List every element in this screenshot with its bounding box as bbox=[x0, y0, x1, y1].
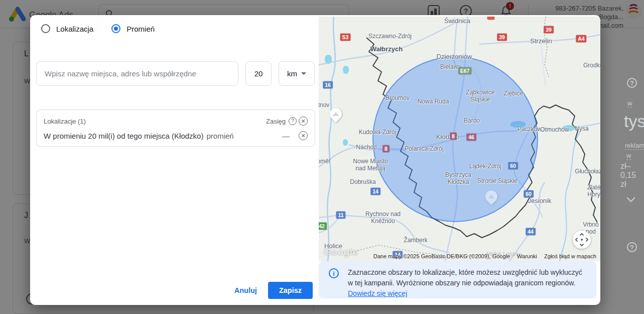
terms-link[interactable]: Warunki bbox=[517, 253, 537, 259]
radius-value-input[interactable] bbox=[245, 61, 272, 86]
radio-radius-label[interactable]: Promień bbox=[126, 25, 155, 33]
radio-location-label[interactable]: Lokalizacja bbox=[56, 25, 93, 33]
road-badge: 8 bbox=[382, 145, 390, 153]
attribution-data: Dane mapy ©2025 GeoBasis-DE/BKG (©2009),… bbox=[373, 253, 510, 259]
map-badges-layer: S33939A4E6716846860146011424414 bbox=[319, 17, 600, 261]
remove-all-icon[interactable]: ✕ bbox=[299, 117, 308, 126]
dropdown-arrow-icon bbox=[301, 72, 306, 75]
report-error-link[interactable]: Zgłoś błąd w mapach bbox=[544, 253, 596, 259]
road-badge: 39 bbox=[497, 34, 507, 41]
road-badge: E67 bbox=[458, 67, 472, 75]
bg-reklam-label: reklam bbox=[625, 142, 644, 150]
help-icon[interactable]: ? bbox=[627, 78, 637, 88]
place-search-input[interactable] bbox=[36, 61, 238, 86]
save-button[interactable]: Zapisz bbox=[268, 282, 313, 299]
road-badge: 16 bbox=[323, 81, 333, 89]
road-badge: A4 bbox=[576, 35, 586, 43]
radio-location[interactable] bbox=[41, 24, 50, 33]
road-badge: 8 bbox=[450, 133, 457, 140]
cancel-button[interactable]: Anuluj bbox=[234, 286, 257, 294]
locations-list: Lokalizacje (1) Zasięg ? ✕ W promieniu 2… bbox=[36, 110, 315, 147]
google-watermark: Google bbox=[324, 247, 358, 258]
road-badge: 11 bbox=[336, 212, 345, 219]
road-badge: 60 bbox=[524, 190, 534, 198]
location-row: W promieniu 20 mil(i) od tego miejsca (K… bbox=[44, 131, 308, 140]
location-row-text: W promieniu 20 mil(i) od tego miejsca (K… bbox=[44, 132, 203, 140]
location-row-type: promień bbox=[206, 132, 233, 140]
remove-location-icon[interactable]: ✕ bbox=[299, 131, 308, 140]
road-badge: 39 bbox=[544, 26, 554, 34]
bg-metric-label: w bbox=[627, 99, 632, 108]
road-badge: 42 bbox=[319, 223, 327, 230]
location-targeting-dialog: Lokalizacja Promień km Lokalizacje (1) Z… bbox=[30, 15, 600, 305]
reach-label: Zasięg bbox=[266, 118, 286, 125]
map-canvas[interactable]: ŚwidnicaSzczawno-ZdrójWałbrzychDzierżoni… bbox=[319, 17, 600, 261]
map-pan-control[interactable] bbox=[573, 231, 591, 249]
info-banner: i Zaznaczone obszary to lokalizacje, któ… bbox=[319, 261, 596, 298]
dialog-left-pane: Lokalizacja Promień km Lokalizacje (1) Z… bbox=[30, 15, 319, 305]
map-pin-partial-icon bbox=[487, 17, 495, 20]
road-badge: S3 bbox=[340, 34, 351, 41]
bg-price: zł–0,15 zł bbox=[620, 162, 644, 189]
road-badge: 60 bbox=[508, 162, 518, 170]
unit-value: km bbox=[287, 69, 297, 78]
road-badge: 44 bbox=[526, 228, 536, 236]
radio-radius[interactable] bbox=[111, 24, 120, 33]
road-badge: 14 bbox=[370, 188, 380, 195]
unit-select[interactable]: km bbox=[279, 61, 315, 86]
help-icon[interactable]: ? bbox=[627, 242, 637, 252]
pan-arrows-icon bbox=[573, 231, 591, 249]
road-badge: 46 bbox=[466, 134, 476, 141]
learn-more-link[interactable]: Dowiedz się więcej bbox=[348, 289, 407, 297]
info-icon: i bbox=[329, 268, 339, 278]
bg-w-label: w bbox=[626, 152, 631, 160]
map-attribution: Dane mapy ©2025 GeoBasis-DE/BKG (©2009),… bbox=[373, 253, 596, 259]
locations-count-label: Lokalizacje (1) bbox=[44, 118, 86, 125]
reach-dash: — bbox=[282, 132, 290, 140]
bg-big-stat: tys. bbox=[624, 112, 644, 131]
reach-help-icon[interactable]: ? bbox=[289, 117, 297, 125]
banner-text: Zaznaczone obszary to lokalizacje, które… bbox=[348, 268, 582, 287]
